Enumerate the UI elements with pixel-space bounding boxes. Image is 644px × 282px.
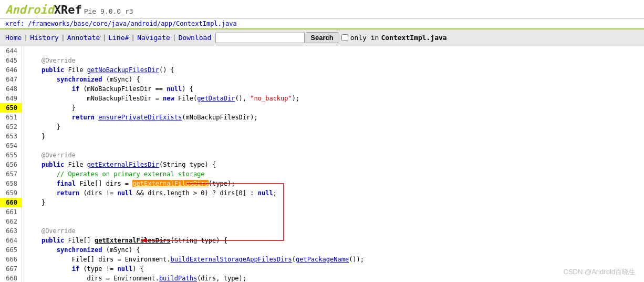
- line-content: public File[] getExternalFilesDirs(Strin…: [22, 236, 644, 245]
- line-content: }: [22, 122, 644, 132]
- line-number[interactable]: 655: [0, 150, 22, 160]
- line-number[interactable]: 661: [0, 207, 22, 217]
- line-number[interactable]: 656: [0, 160, 22, 169]
- line-content: mNoBackupFilesDir = new File(getDataDir(…: [22, 94, 644, 103]
- line-content: @Override: [22, 150, 644, 160]
- table-row: 664 public File[] getExternalFilesDirs(S…: [0, 236, 644, 245]
- table-row: 660 }: [0, 198, 644, 207]
- line-number[interactable]: 653: [0, 132, 22, 141]
- table-row: 665 synchronized (mSync) {: [0, 245, 644, 255]
- line-number[interactable]: 645: [0, 56, 22, 65]
- watermark: CSDN @Android百晓生: [564, 267, 636, 277]
- table-row: 646 public File getNoBackupFilesDir() {: [0, 65, 644, 75]
- line-number[interactable]: 667: [0, 264, 22, 274]
- table-row: 644: [0, 46, 644, 56]
- nav-download[interactable]: Download: [179, 34, 212, 42]
- search-button[interactable]: Search: [306, 32, 338, 43]
- line-number[interactable]: 649: [0, 94, 22, 103]
- line-content: }: [22, 132, 644, 141]
- table-row: 649 mNoBackupFilesDir = new File(getData…: [0, 94, 644, 103]
- line-content: }: [22, 103, 644, 113]
- line-number[interactable]: 651: [0, 113, 22, 122]
- line-number[interactable]: 663: [0, 226, 22, 236]
- line-number[interactable]: 662: [0, 217, 22, 226]
- table-row: 655 @Override: [0, 150, 644, 160]
- line-number[interactable]: 654: [0, 141, 22, 150]
- nav-history[interactable]: History: [30, 34, 59, 42]
- nav-navigate[interactable]: Navigate: [137, 34, 170, 42]
- table-row: 663 @Override: [0, 226, 644, 236]
- table-row: 659 return (dirs != null && dirs.length …: [0, 188, 644, 198]
- line-content: dirs = Environment.buildPaths(dirs, type…: [22, 274, 644, 282]
- only-checkbox[interactable]: [341, 34, 348, 41]
- logo: Android XRef Pie 9.0.0_r3: [5, 3, 639, 16]
- logo-xref: XRef: [54, 3, 82, 16]
- table-row: 645 @Override: [0, 56, 644, 65]
- code-area: 644645 @Override646 public File getNoBac…: [0, 46, 644, 282]
- line-content: final File[] dirs = getExternalFilesDirs…: [22, 179, 644, 188]
- nav-home[interactable]: Home: [5, 34, 22, 42]
- search-input[interactable]: [215, 33, 305, 43]
- line-number[interactable]: 660: [0, 198, 22, 207]
- table-row: 658 final File[] dirs = getExternalFiles…: [0, 179, 644, 188]
- nav-sep-4: |: [131, 34, 135, 42]
- line-number[interactable]: 668: [0, 274, 22, 282]
- nav-sep-3: |: [102, 34, 106, 42]
- line-number[interactable]: 646: [0, 65, 22, 75]
- table-row: 661: [0, 207, 644, 217]
- nav-sep-5: |: [172, 34, 176, 42]
- nav-line[interactable]: Line#: [108, 34, 129, 42]
- table-row: 651 return ensurePrivateDirExists(mNoBac…: [0, 113, 644, 122]
- only-label: only in ContextImpl.java: [341, 34, 447, 42]
- breadcrumb: xref: /frameworks/base/core/java/android…: [0, 19, 644, 29]
- header: Android XRef Pie 9.0.0_r3: [0, 0, 644, 19]
- line-content: @Override: [22, 56, 644, 65]
- line-number[interactable]: 652: [0, 122, 22, 132]
- line-content: return ensurePrivateDirExists(mNoBackupF…: [22, 113, 644, 122]
- table-row: 652 }: [0, 122, 644, 132]
- table-row: 654: [0, 141, 644, 150]
- table-row: 648 if (mNoBackupFilesDir == null) {: [0, 84, 644, 94]
- table-row: 650 }: [0, 103, 644, 113]
- line-content: public File getExternalFilesDir(String t…: [22, 160, 644, 169]
- nav-annotate[interactable]: Annotate: [67, 34, 100, 42]
- line-number[interactable]: 650: [0, 103, 22, 113]
- code-lines: 644645 @Override646 public File getNoBac…: [0, 46, 644, 282]
- line-number[interactable]: 648: [0, 84, 22, 94]
- line-number[interactable]: 664: [0, 236, 22, 245]
- nav-sep-1: |: [24, 34, 28, 42]
- logo-version: Pie 9.0.0_r3: [84, 7, 133, 15]
- line-number[interactable]: 647: [0, 75, 22, 84]
- table-row: 662: [0, 217, 644, 226]
- table-row: 656 public File getExternalFilesDir(Stri…: [0, 160, 644, 169]
- line-number[interactable]: 657: [0, 169, 22, 179]
- line-content: if (type != null) {: [22, 264, 644, 274]
- nav-sep-2: |: [61, 34, 65, 42]
- table-row: 666 File[] dirs = Environment.buildExter…: [0, 255, 644, 264]
- line-content: File[] dirs = Environment.buildExternalS…: [22, 255, 644, 264]
- line-content: synchronized (mSync) {: [22, 75, 644, 84]
- line-content: // Operates on primary external storage: [22, 169, 644, 179]
- table-row: 653 }: [0, 132, 644, 141]
- line-number[interactable]: 659: [0, 188, 22, 198]
- table-row: 647 synchronized (mSync) {: [0, 75, 644, 84]
- table-row: 667 if (type != null) {: [0, 264, 644, 274]
- logo-android: Android: [5, 3, 54, 16]
- line-content: synchronized (mSync) {: [22, 245, 644, 255]
- line-content: }: [22, 198, 644, 207]
- line-content: @Override: [22, 226, 644, 236]
- table-row: 668 dirs = Environment.buildPaths(dirs, …: [0, 274, 644, 282]
- line-content: public File getNoBackupFilesDir() {: [22, 65, 644, 75]
- line-number[interactable]: 658: [0, 179, 22, 188]
- line-content: if (mNoBackupFilesDir == null) {: [22, 84, 644, 94]
- line-content: return (dirs != null && dirs.length > 0)…: [22, 188, 644, 198]
- navbar: Home | History | Annotate | Line# | Navi…: [0, 29, 644, 46]
- line-number[interactable]: 665: [0, 245, 22, 255]
- line-number[interactable]: 666: [0, 255, 22, 264]
- table-row: 657 // Operates on primary external stor…: [0, 169, 644, 179]
- line-number[interactable]: 644: [0, 46, 22, 56]
